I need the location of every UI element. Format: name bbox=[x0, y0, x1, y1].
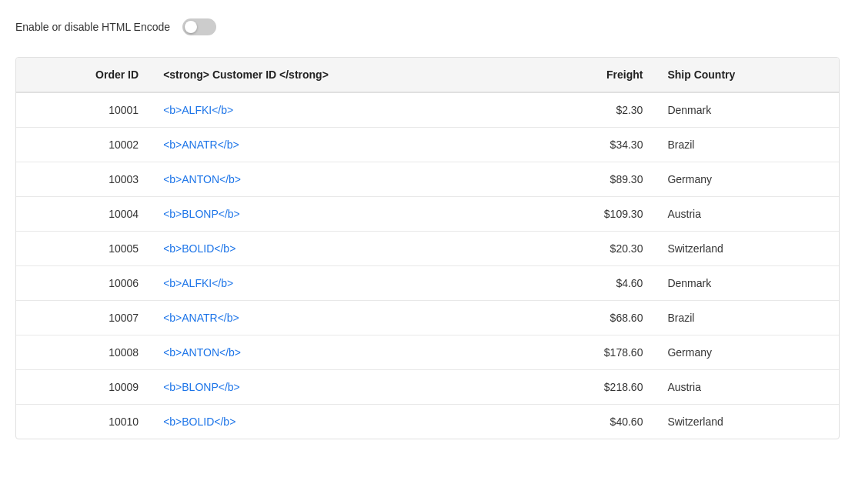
cell-shipcountry: Germany bbox=[655, 162, 839, 197]
data-grid: Order ID <strong> Customer ID </strong> … bbox=[15, 57, 840, 439]
cell-orderid: 10006 bbox=[16, 266, 151, 301]
table-row: 10009<b>BLONP</b>$218.60Austria bbox=[16, 370, 839, 405]
table-row: 10004<b>BLONP</b>$109.30Austria bbox=[16, 197, 839, 232]
cell-freight: $20.30 bbox=[529, 232, 655, 266]
cell-freight: $109.30 bbox=[529, 197, 655, 232]
table-row: 10006<b>ALFKI</b>$4.60Denmark bbox=[16, 266, 839, 301]
html-encode-toggle[interactable] bbox=[182, 18, 216, 35]
col-header-shipcountry: Ship Country bbox=[655, 58, 839, 92]
cell-shipcountry: Switzerland bbox=[655, 405, 839, 439]
cell-shipcountry: Germany bbox=[655, 335, 839, 370]
cell-freight: $34.30 bbox=[529, 128, 655, 162]
cell-customerid: <b>ANTON</b> bbox=[151, 335, 529, 370]
cell-customerid: <b>BOLID</b> bbox=[151, 405, 529, 439]
table-header-row: Order ID <strong> Customer ID </strong> … bbox=[16, 58, 839, 92]
cell-orderid: 10001 bbox=[16, 92, 151, 128]
col-header-customerid: <strong> Customer ID </strong> bbox=[151, 58, 529, 92]
cell-shipcountry: Brazil bbox=[655, 301, 839, 335]
cell-freight: $89.30 bbox=[529, 162, 655, 197]
cell-customerid: <b>BOLID</b> bbox=[151, 232, 529, 266]
cell-orderid: 10003 bbox=[16, 162, 151, 197]
cell-shipcountry: Denmark bbox=[655, 266, 839, 301]
cell-customerid: <b>BLONP</b> bbox=[151, 197, 529, 232]
cell-shipcountry: Austria bbox=[655, 197, 839, 232]
cell-freight: $178.60 bbox=[529, 335, 655, 370]
top-bar: Enable or disable HTML Encode bbox=[15, 15, 840, 38]
cell-orderid: 10008 bbox=[16, 335, 151, 370]
table-row: 10001<b>ALFKI</b>$2.30Denmark bbox=[16, 92, 839, 128]
toggle-label: Enable or disable HTML Encode bbox=[15, 21, 170, 33]
cell-shipcountry: Austria bbox=[655, 370, 839, 405]
cell-orderid: 10009 bbox=[16, 370, 151, 405]
cell-customerid: <b>ALFKI</b> bbox=[151, 266, 529, 301]
table-row: 10010<b>BOLID</b>$40.60Switzerland bbox=[16, 405, 839, 439]
cell-freight: $2.30 bbox=[529, 92, 655, 128]
toggle-thumb bbox=[185, 21, 197, 33]
table-row: 10002<b>ANATR</b>$34.30Brazil bbox=[16, 128, 839, 162]
table-body: 10001<b>ALFKI</b>$2.30Denmark10002<b>ANA… bbox=[16, 92, 839, 439]
col-header-freight: Freight bbox=[529, 58, 655, 92]
orders-table: Order ID <strong> Customer ID </strong> … bbox=[16, 58, 839, 439]
table-row: 10008<b>ANTON</b>$178.60Germany bbox=[16, 335, 839, 370]
cell-customerid: <b>ANATR</b> bbox=[151, 301, 529, 335]
cell-shipcountry: Switzerland bbox=[655, 232, 839, 266]
cell-orderid: 10007 bbox=[16, 301, 151, 335]
cell-customerid: <b>ANATR</b> bbox=[151, 128, 529, 162]
cell-freight: $4.60 bbox=[529, 266, 655, 301]
table-row: 10003<b>ANTON</b>$89.30Germany bbox=[16, 162, 839, 197]
cell-orderid: 10002 bbox=[16, 128, 151, 162]
col-header-orderid: Order ID bbox=[16, 58, 151, 92]
cell-customerid: <b>ALFKI</b> bbox=[151, 92, 529, 128]
toggle-track bbox=[182, 18, 216, 35]
cell-orderid: 10004 bbox=[16, 197, 151, 232]
cell-orderid: 10010 bbox=[16, 405, 151, 439]
cell-freight: $68.60 bbox=[529, 301, 655, 335]
table-row: 10007<b>ANATR</b>$68.60Brazil bbox=[16, 301, 839, 335]
cell-customerid: <b>BLONP</b> bbox=[151, 370, 529, 405]
cell-orderid: 10005 bbox=[16, 232, 151, 266]
cell-shipcountry: Denmark bbox=[655, 92, 839, 128]
cell-freight: $40.60 bbox=[529, 405, 655, 439]
cell-freight: $218.60 bbox=[529, 370, 655, 405]
cell-customerid: <b>ANTON</b> bbox=[151, 162, 529, 197]
cell-shipcountry: Brazil bbox=[655, 128, 839, 162]
table-row: 10005<b>BOLID</b>$20.30Switzerland bbox=[16, 232, 839, 266]
